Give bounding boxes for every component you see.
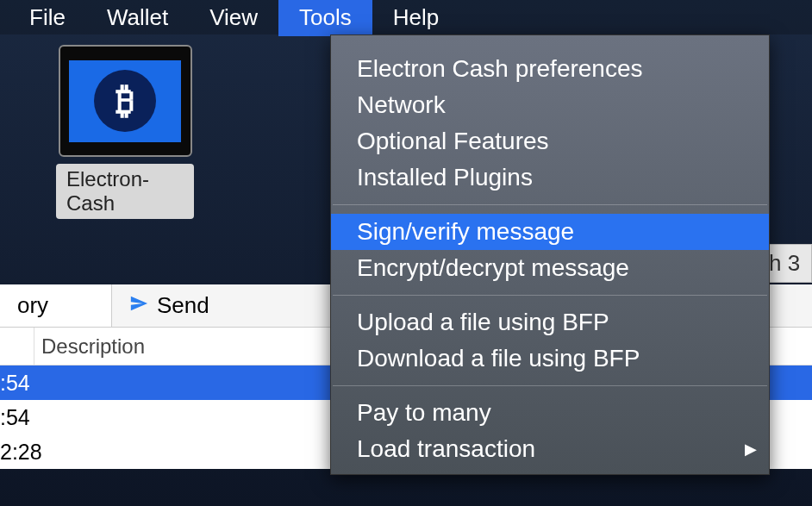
tab-send-label: Send — [157, 292, 209, 319]
menu-item-installed-plugins[interactable]: Installed Plugins — [331, 159, 769, 196]
menu-item-encrypt-decrypt[interactable]: Encrypt/decrypt message — [331, 250, 769, 286]
menu-separator — [333, 295, 767, 296]
menu-item-preferences[interactable]: Electron Cash preferences — [331, 51, 769, 87]
menu-item-network[interactable]: Network — [331, 87, 769, 123]
menu-item-upload-bfp[interactable]: Upload a file using BFP — [331, 304, 769, 340]
desktop-app-icon[interactable]: ₿ Electron-Cash — [56, 45, 194, 219]
row-time: :54 — [0, 405, 30, 430]
menu-help[interactable]: Help — [372, 0, 459, 36]
menu-file[interactable]: File — [9, 0, 86, 36]
menu-separator — [333, 385, 767, 386]
tab-history[interactable]: ory — [0, 284, 112, 327]
menu-item-pay-to-many[interactable]: Pay to many — [331, 395, 769, 431]
menubar: File Wallet View Tools Help — [0, 0, 812, 34]
menu-wallet[interactable]: Wallet — [86, 0, 189, 36]
app-icon-graphic: ₿ — [59, 45, 192, 157]
menu-item-load-transaction-label: Load transaction — [357, 435, 535, 462]
tab-history-label: ory — [17, 292, 48, 319]
menu-item-sign-verify[interactable]: Sign/verify message — [331, 214, 769, 250]
menu-separator — [333, 204, 767, 205]
table-header-time[interactable] — [0, 328, 34, 365]
bitcoin-icon: ₿ — [94, 70, 156, 132]
menu-item-download-bfp[interactable]: Download a file using BFP — [331, 340, 769, 377]
desktop-icon-label: Electron-Cash — [56, 164, 194, 219]
row-time: :54 — [0, 371, 30, 396]
table-header-description[interactable]: Description — [34, 334, 145, 359]
app-icon-inner: ₿ — [69, 60, 181, 142]
menu-item-optional-features[interactable]: Optional Features — [331, 123, 769, 159]
tab-send[interactable]: Send — [112, 284, 332, 327]
row-time: 2:28 — [0, 440, 42, 465]
window-title-fragment: h 3 — [765, 244, 812, 283]
chevron-right-icon: ▶ — [745, 440, 757, 459]
send-icon — [129, 294, 148, 318]
menu-tools[interactable]: Tools — [278, 0, 372, 36]
menu-item-load-transaction[interactable]: Load transaction ▶ — [331, 431, 769, 467]
menu-view[interactable]: View — [189, 0, 278, 36]
tools-dropdown: Electron Cash preferences Network Option… — [330, 34, 770, 475]
